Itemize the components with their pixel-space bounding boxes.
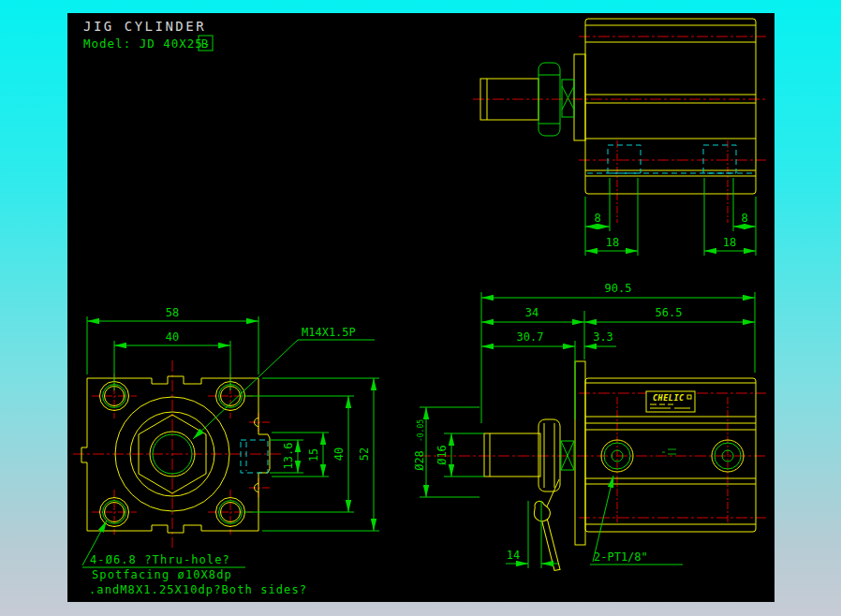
dim-34: 34 xyxy=(525,306,539,319)
dim-58: 58 xyxy=(166,306,179,319)
dim-56-5: 56.5 xyxy=(656,306,683,319)
brand-text: CHELIC xyxy=(653,393,685,403)
note-thru-hole: 4-Ø6.8 ?Thru-hole? xyxy=(90,553,230,566)
dim-3-3: 3.3 xyxy=(593,330,613,344)
page-title: JIG CYLINDER xyxy=(83,19,206,34)
note-tap: .andM8X1.25X10dp?Both sides? xyxy=(89,583,307,596)
dim-52: 52 xyxy=(358,447,371,461)
note-spotfacing: Spotfacing ø10X8dp xyxy=(92,568,232,581)
dim-18-left: 18 xyxy=(606,236,619,249)
thread-callout: M14X1.5P xyxy=(302,326,356,339)
port-callout: 2-PT1/8" xyxy=(594,550,648,564)
cad-drawing-svg: JIG CYLINDER Model: JD 40X25- B xyxy=(0,0,841,616)
dim-8-right: 8 xyxy=(741,212,747,225)
dim-40-top: 40 xyxy=(166,330,179,344)
nameplate: CHELIC xyxy=(646,391,695,412)
dim-8-left: 8 xyxy=(594,212,600,225)
dim-18-right: 18 xyxy=(723,236,736,249)
dim-30-7: 30.7 xyxy=(517,330,544,344)
dim-14: 14 xyxy=(507,549,520,562)
dim-15: 15 xyxy=(307,448,320,462)
dim-90-5: 90.5 xyxy=(605,282,632,295)
dim-40-right: 40 xyxy=(332,447,346,461)
dim-dia-28: Ø28 xyxy=(413,450,426,471)
dim-dia-16: Ø16 xyxy=(435,445,449,465)
model-number: Model: JD 40X25- xyxy=(83,37,211,51)
model-rev: B xyxy=(201,37,210,51)
dim-13-6: 13.6 xyxy=(282,443,295,470)
dim-dia-28-tolerance: -0.05 xyxy=(417,419,425,442)
